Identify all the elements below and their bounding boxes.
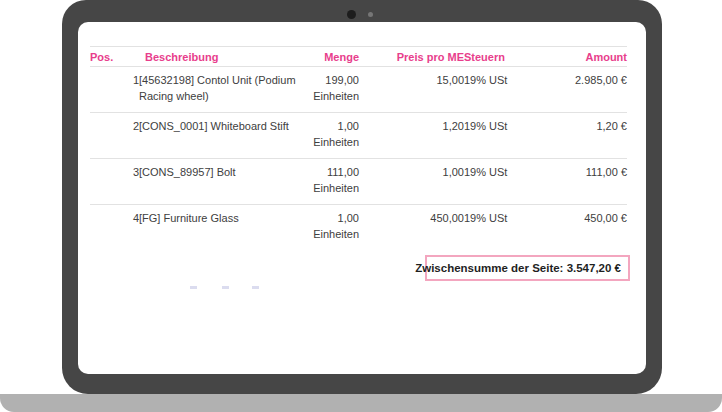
cell-pos: 1 [90,67,139,113]
camera-icon [347,10,356,19]
table-row: 4 [FG] Furniture Glass 1,00 Einheiten 45… [90,205,627,251]
qty-unit: Einheiten [311,134,359,150]
cell-tax: 19% USt [464,113,541,159]
laptop-base [0,394,722,412]
invoice-line-table: Pos. Beschreibung Menge Preis pro ME Ste… [90,46,627,250]
cell-unit-price: 450,00 [359,205,464,251]
page-subtotal-box: Zwischensumme der Seite: 3.547,20 € [425,255,630,281]
cell-description: [CONS_89957] Bolt [139,159,311,205]
device-screen: Pos. Beschreibung Menge Preis pro ME Ste… [78,22,646,374]
header-menge: Menge [311,47,359,67]
cell-unit-price: 15,00 [359,67,464,113]
qty-unit: Einheiten [311,180,359,196]
page-subtotal-text: Zwischensumme der Seite: 3.547,20 € [415,262,621,274]
table-row: 3 [CONS_89957] Bolt 111,00 Einheiten 1,0… [90,159,627,205]
device-frame: Pos. Beschreibung Menge Preis pro ME Ste… [62,0,662,394]
table-header-row: Pos. Beschreibung Menge Preis pro ME Ste… [90,47,627,67]
cell-tax: 19% USt [464,159,541,205]
cell-amount: 450,00 € [541,205,627,251]
qty-value: 199,00 [325,74,359,86]
cell-amount: 2.985,00 € [541,67,627,113]
cell-qty: 1,00 Einheiten [311,113,359,159]
qty-unit: Einheiten [311,226,359,242]
invoice-items-table: Pos. Beschreibung Menge Preis pro ME Ste… [90,46,627,250]
qty-value: 1,00 [338,212,359,224]
header-preis-pro-me: Preis pro ME [359,47,464,67]
cell-tax: 19% USt [464,67,541,113]
camera-indicator-icon [368,12,373,17]
cell-description: [CONS_0001] Whiteboard Stift [139,113,311,159]
cell-description: [45632198] Contol Unit (Podium Racing wh… [139,67,311,113]
cell-amount: 1,20 € [541,113,627,159]
table-row: 2 [CONS_0001] Whiteboard Stift 1,00 Einh… [90,113,627,159]
cell-pos: 4 [90,205,139,251]
header-steuern: Steuern [464,47,541,67]
faint-artifact [190,286,197,289]
cell-description: [FG] Furniture Glass [139,205,311,251]
header-amount: Amount [541,47,627,67]
cell-qty: 111,00 Einheiten [311,159,359,205]
page: Pos. Beschreibung Menge Preis pro ME Ste… [0,0,722,412]
cell-qty: 1,00 Einheiten [311,205,359,251]
cell-tax: 19% USt [464,205,541,251]
cell-unit-price: 1,00 [359,159,464,205]
qty-value: 1,00 [338,120,359,132]
cell-pos: 2 [90,113,139,159]
cell-unit-price: 1,20 [359,113,464,159]
table-row: 1 [45632198] Contol Unit (Podium Racing … [90,67,627,113]
faint-artifact [222,286,229,289]
cell-amount: 111,00 € [541,159,627,205]
cell-qty: 199,00 Einheiten [311,67,359,113]
header-beschreibung: Beschreibung [139,47,311,67]
header-pos: Pos. [90,47,139,67]
qty-unit: Einheiten [311,88,359,104]
faint-artifact [252,286,259,289]
qty-value: 111,00 [327,166,359,178]
cell-pos: 3 [90,159,139,205]
